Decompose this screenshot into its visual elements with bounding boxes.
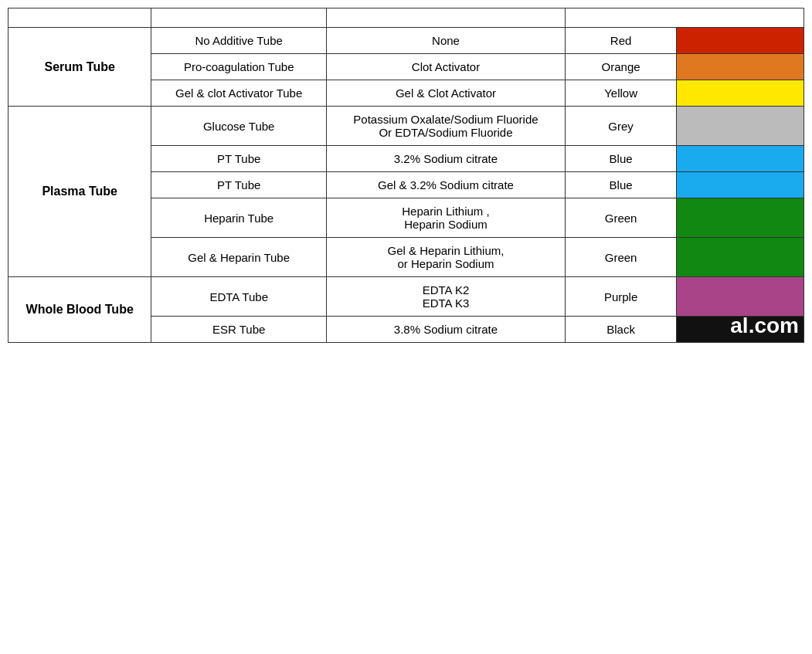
- color-swatch-cell: [677, 28, 804, 54]
- color-swatch-cell: al.com: [677, 317, 804, 343]
- additive-cell: 3.2% Sodium citrate: [326, 146, 565, 172]
- additive-cell: Clot Activator: [326, 54, 565, 80]
- additive-cell: Gel & Heparin Lithium,or Heparin Sodium: [326, 238, 565, 277]
- color-swatch-cell: [677, 277, 804, 317]
- item-cell: No Additive Tube: [151, 28, 327, 54]
- color-swatch-cell: [677, 198, 804, 238]
- color-label-cell: Green: [565, 198, 676, 238]
- header-item: [151, 8, 327, 28]
- item-cell: PT Tube: [151, 146, 327, 172]
- item-cell: Gel & clot Activator Tube: [151, 80, 327, 107]
- header-color: [565, 8, 804, 28]
- additive-cell: Potassium Oxalate/Sodium FluorideOr EDTA…: [326, 107, 565, 146]
- additive-cell: EDTA K2EDTA K3: [326, 277, 565, 317]
- additive-cell: Heparin Lithium ,Heparin Sodium: [326, 198, 565, 238]
- header-additive: [326, 8, 565, 28]
- color-label-cell: Yellow: [565, 80, 676, 107]
- color-label-cell: Red: [565, 28, 676, 54]
- item-cell: Heparin Tube: [151, 198, 327, 238]
- watermark-overlay: al.com: [725, 317, 804, 343]
- additive-cell: Gel & Clot Activator: [326, 80, 565, 107]
- header-classification: [8, 8, 151, 28]
- color-label-cell: Blue: [565, 172, 676, 198]
- item-cell: ESR Tube: [151, 317, 327, 343]
- classification-cell: Plasma Tube: [8, 107, 151, 277]
- color-label-cell: Purple: [565, 277, 676, 317]
- color-swatch-cell: [677, 238, 804, 277]
- classification-cell: Serum Tube: [8, 28, 151, 107]
- item-cell: PT Tube: [151, 172, 327, 198]
- additive-cell: None: [326, 28, 565, 54]
- color-swatch-cell: [677, 54, 804, 80]
- item-cell: Pro-coagulation Tube: [151, 54, 327, 80]
- color-swatch-cell: [677, 172, 804, 198]
- color-label-cell: Orange: [565, 54, 676, 80]
- classification-cell: Whole Blood Tube: [8, 277, 151, 343]
- color-label-cell: Green: [565, 238, 676, 277]
- color-label-cell: Black: [565, 317, 676, 343]
- color-label-cell: Grey: [565, 107, 676, 146]
- additive-cell: Gel & 3.2% Sodium citrate: [326, 172, 565, 198]
- tube-classification-table: Serum TubeNo Additive TubeNoneRedPro-coa…: [8, 8, 804, 343]
- color-swatch-cell: [677, 146, 804, 172]
- item-cell: Gel & Heparin Tube: [151, 238, 327, 277]
- additive-cell: 3.8% Sodium citrate: [326, 317, 565, 343]
- color-swatch-cell: [677, 107, 804, 146]
- color-swatch-cell: [677, 80, 804, 107]
- color-label-cell: Blue: [565, 146, 676, 172]
- item-cell: EDTA Tube: [151, 277, 327, 317]
- item-cell: Glucose Tube: [151, 107, 327, 146]
